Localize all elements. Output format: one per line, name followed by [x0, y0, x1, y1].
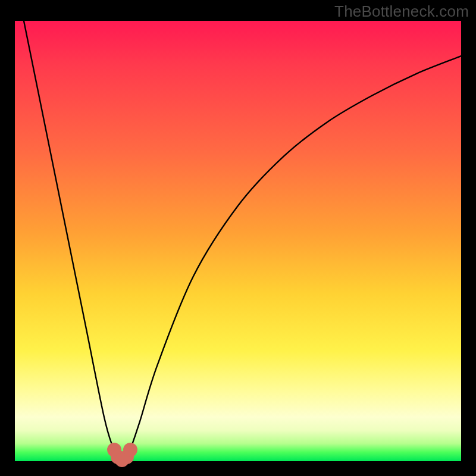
- watermark-text: TheBottleneck.com: [334, 2, 469, 21]
- bottleneck-curve: [15, 21, 461, 461]
- chart-frame: TheBottleneck.com: [0, 0, 476, 476]
- sweet-spot-marker: [123, 443, 137, 457]
- plot-area: [15, 21, 461, 461]
